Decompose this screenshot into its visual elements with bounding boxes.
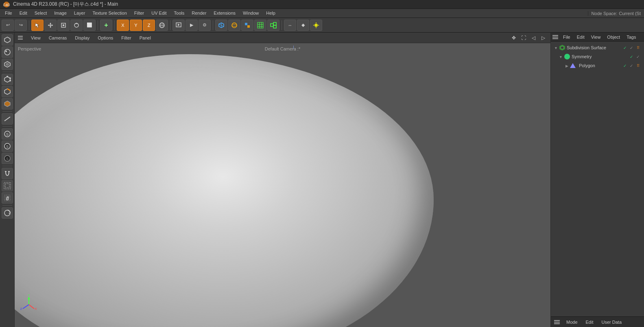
points-mode-btn[interactable] [2, 74, 13, 85]
app-icon: C4D [3, 1, 10, 8]
right-bottom-hamburger[interactable] [554, 320, 560, 324]
viewport-fit-icon[interactable]: ⛶ [520, 34, 528, 42]
obj-symmetry[interactable]: Symmetry ✓ ✓ [552, 52, 642, 61]
sculpt-s3-btn[interactable]: S [2, 153, 13, 164]
right-menu-edit[interactable]: Edit [575, 34, 586, 40]
right-bottom-userdata[interactable]: User Data [600, 319, 624, 325]
model-mode-btn[interactable] [2, 34, 13, 46]
obj-polygon[interactable]: Polygon ✓ ✓ ⠿ [552, 61, 642, 70]
svg-text:S: S [6, 145, 8, 149]
cycle-btn[interactable] [2, 207, 13, 219]
lock-grid-btn[interactable] [2, 192, 13, 204]
menu-filter[interactable]: Filter [131, 10, 147, 16]
obj-poly-render-icon[interactable]: ✓ [629, 63, 634, 68]
sculpt-s1-btn[interactable]: S [2, 128, 13, 140]
create-button[interactable]: + [100, 20, 112, 31]
viewport-menu-cameras[interactable]: Cameras [47, 35, 69, 41]
viewport-menu-panel[interactable]: Panel [138, 35, 153, 41]
redo-button[interactable]: ↪ [15, 20, 27, 31]
sculpt-s1-icon: S [4, 130, 11, 138]
menu-tools[interactable]: Tools [171, 10, 188, 16]
line-tool-btn[interactable] [2, 113, 13, 125]
obj-visible-icon[interactable]: ✓ [622, 45, 628, 50]
sep3 [114, 20, 115, 30]
menu-uv-edit[interactable]: UV Edit [148, 10, 170, 16]
obj-sym-visible-icon[interactable]: ✓ [629, 54, 634, 59]
texture-mode-btn[interactable] [2, 46, 13, 58]
menu-file[interactable]: File [2, 10, 15, 16]
viewport-menu-display[interactable]: Display [73, 35, 91, 41]
obj-controls-subdivision: ✓ ✓ ⠿ [622, 45, 641, 50]
diamond-button[interactable]: ◆ [297, 20, 309, 31]
right-menu-tags[interactable]: Tags [625, 34, 637, 40]
select-tool-button[interactable] [31, 20, 44, 31]
object-hierarchy: Subdivision Surface ✓ ✓ ⠿ Symmetry ✓ ✓ [551, 42, 644, 316]
svg-marker-40 [6, 63, 9, 66]
obj-subdivision-surface[interactable]: Subdivision Surface ✓ ✓ ⠿ [552, 43, 642, 52]
obj-controls-symmetry: ✓ ✓ [629, 54, 641, 59]
axis-y-button[interactable]: Y [130, 20, 142, 31]
viewport-canvas[interactable]: Perspective Default Camera :* Y X Z [15, 43, 550, 327]
expand-icon-subdivision [554, 45, 558, 50]
viewport-menu-view[interactable]: View [29, 35, 42, 41]
obj-sym-render-icon[interactable]: ✓ [635, 54, 641, 59]
light-button[interactable] [310, 20, 322, 31]
grid-snap-btn[interactable] [2, 180, 13, 191]
cube-button[interactable] [215, 20, 227, 31]
global-coord-button[interactable] [156, 20, 168, 31]
expand-icon-polygon [565, 63, 568, 68]
scale-tool-button[interactable] [57, 20, 70, 31]
viewport-next-icon[interactable]: ▷ [539, 34, 547, 42]
menu-window[interactable]: Window [240, 10, 262, 16]
right-bottom-edit[interactable]: Edit [584, 319, 595, 325]
axis-widget: Y X Z [19, 294, 39, 315]
sculpt-s2-btn[interactable]: S [2, 140, 13, 152]
edges-icon [4, 88, 11, 95]
obj-poly-visible-icon[interactable]: ✓ [622, 63, 628, 68]
right-menu-file[interactable]: File [561, 34, 572, 40]
menu-select[interactable]: Select [31, 10, 50, 16]
grid-button[interactable] [254, 20, 266, 31]
axis-z-button[interactable]: Z [143, 20, 155, 31]
obj-render-icon[interactable]: ✓ [629, 45, 634, 50]
axis-x-button[interactable]: X [117, 20, 129, 31]
edges-mode-btn[interactable] [2, 86, 13, 97]
svg-text:Y: Y [28, 294, 30, 297]
settings-button[interactable]: ⚙ [199, 20, 211, 31]
main-layout: S S S [0, 33, 644, 327]
menu-render[interactable]: Render [188, 10, 210, 16]
obj-button[interactable] [241, 20, 253, 31]
viewport-menu-hamburger[interactable] [18, 36, 23, 40]
mirror-button[interactable]: ↔ [284, 20, 296, 31]
magnet-btn[interactable] [2, 168, 13, 179]
menu-image[interactable]: Image [51, 10, 70, 16]
poly-mode-btn[interactable] [2, 98, 13, 110]
menu-extensions[interactable]: Extensions [210, 10, 239, 16]
menu-texture-selection[interactable]: Texture Selection [89, 10, 130, 16]
obj-poly-tag-icon[interactable]: ⠿ [635, 63, 641, 68]
right-panel-bottom: Mode Edit User Data [551, 316, 644, 327]
sphere-button[interactable] [228, 20, 240, 31]
right-bottom-mode[interactable]: Mode [565, 319, 579, 325]
viewport-menu-options[interactable]: Options [96, 35, 115, 41]
move-tool-button[interactable] [44, 20, 57, 31]
rigging-mode-btn[interactable] [2, 59, 13, 70]
menu-layer[interactable]: Layer [71, 10, 89, 16]
cube-icon [218, 22, 225, 29]
right-menu-view[interactable]: View [589, 34, 603, 40]
viewport-menu-filter[interactable]: Filter [120, 35, 133, 41]
right-menu-object[interactable]: Object [605, 34, 622, 40]
viewport-prev-icon[interactable]: ◁ [529, 34, 537, 42]
render-view-button[interactable] [172, 20, 185, 31]
cloner-button[interactable] [267, 20, 279, 31]
svg-marker-72 [561, 46, 564, 49]
play-button[interactable]: ▶ [186, 20, 198, 31]
menu-edit[interactable]: Edit [16, 10, 31, 16]
menu-help[interactable]: Help [263, 10, 279, 16]
obj-tag-icon[interactable]: ⠿ [635, 45, 641, 50]
viewport-move-icon[interactable]: ✥ [510, 34, 518, 42]
rotate-tool-button[interactable] [70, 20, 83, 31]
right-panel-hamburger[interactable] [552, 35, 558, 39]
poly-tool-button[interactable]: ⬜ [83, 20, 96, 31]
undo-button[interactable]: ↩ [2, 20, 14, 31]
